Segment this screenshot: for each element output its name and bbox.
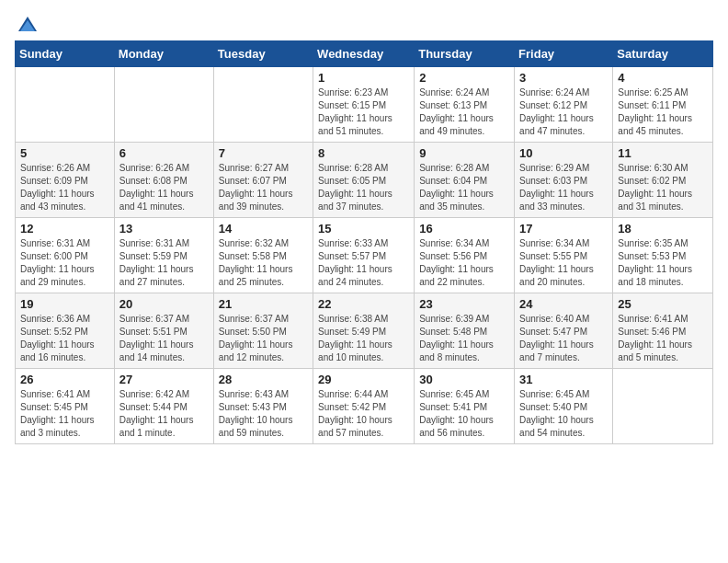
day-cell: 30Sunrise: 6:45 AM Sunset: 5:41 PM Dayli…: [415, 369, 515, 444]
header-cell-tuesday: Tuesday: [213, 41, 313, 67]
day-cell: 28Sunrise: 6:43 AM Sunset: 5:43 PM Dayli…: [213, 369, 313, 444]
day-cell: 11Sunrise: 6:30 AM Sunset: 6:02 PM Dayli…: [613, 143, 713, 218]
day-info: Sunrise: 6:37 AM Sunset: 5:51 PM Dayligh…: [119, 313, 209, 364]
day-cell: 6Sunrise: 6:26 AM Sunset: 6:08 PM Daylig…: [114, 143, 213, 218]
day-number: 7: [219, 146, 308, 160]
day-cell: 9Sunrise: 6:28 AM Sunset: 6:04 PM Daylig…: [415, 143, 515, 218]
day-info: Sunrise: 6:33 AM Sunset: 5:57 PM Dayligh…: [318, 237, 409, 289]
week-row-1: 1Sunrise: 6:23 AM Sunset: 6:15 PM Daylig…: [16, 67, 713, 143]
day-info: Sunrise: 6:43 AM Sunset: 5:43 PM Dayligh…: [219, 388, 308, 440]
day-number: 29: [318, 373, 409, 386]
day-cell: 13Sunrise: 6:31 AM Sunset: 5:59 PM Dayli…: [114, 218, 213, 293]
day-number: 24: [519, 297, 608, 311]
day-info: Sunrise: 6:41 AM Sunset: 5:45 PM Dayligh…: [20, 388, 109, 440]
day-info: Sunrise: 6:34 AM Sunset: 5:55 PM Dayligh…: [519, 237, 608, 289]
day-info: Sunrise: 6:30 AM Sunset: 6:02 PM Dayligh…: [618, 162, 708, 213]
day-cell: 16Sunrise: 6:34 AM Sunset: 5:56 PM Dayli…: [415, 218, 515, 293]
day-info: Sunrise: 6:27 AM Sunset: 6:07 PM Dayligh…: [219, 162, 308, 213]
day-info: Sunrise: 6:45 AM Sunset: 5:41 PM Dayligh…: [419, 388, 509, 440]
day-cell: 4Sunrise: 6:25 AM Sunset: 6:11 PM Daylig…: [613, 67, 713, 143]
day-number: 28: [219, 373, 308, 386]
day-cell: 22Sunrise: 6:38 AM Sunset: 5:49 PM Dayli…: [313, 293, 415, 369]
day-number: 19: [20, 297, 109, 311]
day-number: 9: [419, 146, 509, 160]
day-cell: 25Sunrise: 6:41 AM Sunset: 5:46 PM Dayli…: [613, 293, 713, 369]
day-info: Sunrise: 6:31 AM Sunset: 6:00 PM Dayligh…: [20, 237, 109, 289]
day-info: Sunrise: 6:37 AM Sunset: 5:50 PM Dayligh…: [219, 313, 308, 364]
day-info: Sunrise: 6:24 AM Sunset: 6:13 PM Dayligh…: [419, 86, 509, 138]
day-info: Sunrise: 6:28 AM Sunset: 6:05 PM Dayligh…: [318, 162, 409, 213]
header-cell-sunday: Sunday: [16, 41, 115, 67]
day-number: 25: [618, 297, 708, 311]
week-row-4: 19Sunrise: 6:36 AM Sunset: 5:52 PM Dayli…: [16, 293, 713, 369]
day-number: 3: [519, 71, 608, 85]
day-info: Sunrise: 6:28 AM Sunset: 6:04 PM Dayligh…: [419, 162, 509, 213]
day-cell: 18Sunrise: 6:35 AM Sunset: 5:53 PM Dayli…: [613, 218, 713, 293]
day-cell: 23Sunrise: 6:39 AM Sunset: 5:48 PM Dayli…: [415, 293, 515, 369]
day-info: Sunrise: 6:45 AM Sunset: 5:40 PM Dayligh…: [519, 388, 608, 440]
day-info: Sunrise: 6:26 AM Sunset: 6:08 PM Dayligh…: [119, 162, 209, 213]
day-number: 5: [20, 146, 109, 160]
week-row-3: 12Sunrise: 6:31 AM Sunset: 6:00 PM Dayli…: [16, 218, 713, 293]
day-cell: 14Sunrise: 6:32 AM Sunset: 5:58 PM Dayli…: [213, 218, 313, 293]
day-number: 30: [419, 373, 509, 386]
day-number: 12: [20, 222, 109, 236]
day-info: Sunrise: 6:39 AM Sunset: 5:48 PM Dayligh…: [419, 313, 509, 364]
header-cell-saturday: Saturday: [613, 41, 713, 67]
day-cell: 20Sunrise: 6:37 AM Sunset: 5:51 PM Dayli…: [114, 293, 213, 369]
day-cell: 12Sunrise: 6:31 AM Sunset: 6:00 PM Dayli…: [16, 218, 115, 293]
day-cell: 7Sunrise: 6:27 AM Sunset: 6:07 PM Daylig…: [213, 143, 313, 218]
day-number: 22: [318, 297, 409, 311]
header-cell-thursday: Thursday: [415, 41, 515, 67]
day-cell: [16, 67, 115, 143]
logo: [15, 15, 39, 33]
day-info: Sunrise: 6:42 AM Sunset: 5:44 PM Dayligh…: [119, 388, 209, 440]
day-info: Sunrise: 6:40 AM Sunset: 5:47 PM Dayligh…: [519, 313, 608, 364]
header-row: SundayMondayTuesdayWednesdayThursdayFrid…: [16, 41, 713, 67]
day-number: 13: [119, 222, 209, 236]
day-number: 16: [419, 222, 509, 236]
day-info: Sunrise: 6:44 AM Sunset: 5:42 PM Dayligh…: [318, 388, 409, 440]
day-cell: 2Sunrise: 6:24 AM Sunset: 6:13 PM Daylig…: [415, 67, 515, 143]
day-info: Sunrise: 6:35 AM Sunset: 5:53 PM Dayligh…: [618, 237, 708, 289]
day-cell: [114, 67, 213, 143]
header-cell-wednesday: Wednesday: [313, 41, 415, 67]
day-cell: 19Sunrise: 6:36 AM Sunset: 5:52 PM Dayli…: [16, 293, 115, 369]
day-cell: 15Sunrise: 6:33 AM Sunset: 5:57 PM Dayli…: [313, 218, 415, 293]
day-number: 31: [519, 373, 608, 386]
day-info: Sunrise: 6:24 AM Sunset: 6:12 PM Dayligh…: [519, 86, 608, 138]
day-number: 26: [20, 373, 109, 386]
day-number: 4: [618, 71, 708, 85]
header-cell-friday: Friday: [515, 41, 613, 67]
week-row-2: 5Sunrise: 6:26 AM Sunset: 6:09 PM Daylig…: [16, 143, 713, 218]
day-info: Sunrise: 6:34 AM Sunset: 5:56 PM Dayligh…: [419, 237, 509, 289]
day-cell: 17Sunrise: 6:34 AM Sunset: 5:55 PM Dayli…: [515, 218, 613, 293]
header-cell-monday: Monday: [114, 41, 213, 67]
day-info: Sunrise: 6:36 AM Sunset: 5:52 PM Dayligh…: [20, 313, 109, 364]
day-number: 10: [519, 146, 608, 160]
day-info: Sunrise: 6:25 AM Sunset: 6:11 PM Dayligh…: [618, 86, 708, 138]
day-number: 20: [119, 297, 209, 311]
day-number: 18: [618, 222, 708, 236]
day-info: Sunrise: 6:31 AM Sunset: 5:59 PM Dayligh…: [119, 237, 209, 289]
day-info: Sunrise: 6:38 AM Sunset: 5:49 PM Dayligh…: [318, 313, 409, 364]
day-number: 17: [519, 222, 608, 236]
page-header: [15, 15, 713, 33]
day-number: 1: [318, 71, 409, 85]
day-number: 21: [219, 297, 308, 311]
day-info: Sunrise: 6:26 AM Sunset: 6:09 PM Dayligh…: [20, 162, 109, 213]
day-number: 15: [318, 222, 409, 236]
day-info: Sunrise: 6:23 AM Sunset: 6:15 PM Dayligh…: [318, 86, 409, 138]
day-info: Sunrise: 6:41 AM Sunset: 5:46 PM Dayligh…: [618, 313, 708, 364]
day-cell: 10Sunrise: 6:29 AM Sunset: 6:03 PM Dayli…: [515, 143, 613, 218]
day-number: 27: [119, 373, 209, 386]
day-cell: 3Sunrise: 6:24 AM Sunset: 6:12 PM Daylig…: [515, 67, 613, 143]
day-cell: 8Sunrise: 6:28 AM Sunset: 6:05 PM Daylig…: [313, 143, 415, 218]
day-cell: 21Sunrise: 6:37 AM Sunset: 5:50 PM Dayli…: [213, 293, 313, 369]
day-cell: 29Sunrise: 6:44 AM Sunset: 5:42 PM Dayli…: [313, 369, 415, 444]
day-cell: 27Sunrise: 6:42 AM Sunset: 5:44 PM Dayli…: [114, 369, 213, 444]
day-number: 14: [219, 222, 308, 236]
day-info: Sunrise: 6:29 AM Sunset: 6:03 PM Dayligh…: [519, 162, 608, 213]
logo-icon: [17, 15, 39, 37]
day-number: 23: [419, 297, 509, 311]
